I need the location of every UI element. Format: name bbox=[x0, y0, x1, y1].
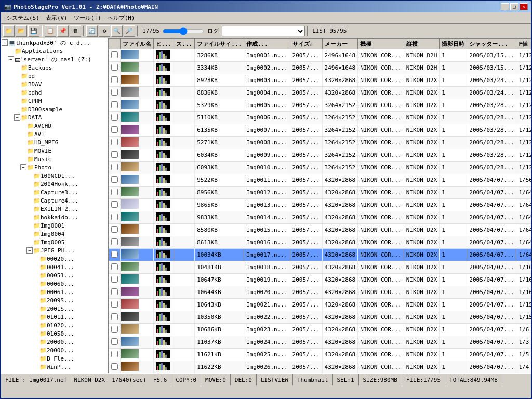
zoom-slider[interactable] bbox=[163, 27, 204, 35]
row-star[interactable] bbox=[174, 299, 195, 311]
table-row[interactable]: 6093KBImg0010.n...2005/...3264×2152NIKON… bbox=[109, 162, 531, 174]
tree-item[interactable]: 📁 2001S... bbox=[1, 304, 108, 313]
tb-refresh[interactable]: 🔄 bbox=[86, 25, 98, 37]
row-checkbox[interactable] bbox=[111, 76, 118, 83]
table-row[interactable]: 11621KBImg0025.n...2005/...4320×2868NIKO… bbox=[109, 349, 531, 361]
row-checkbox[interactable] bbox=[111, 201, 118, 208]
row-star[interactable] bbox=[174, 274, 195, 286]
table-container[interactable]: ファイル名 ヒ... ス... ファイルサイ... 作成... サイズ☆ メーカ… bbox=[109, 38, 531, 373]
row-checkbox[interactable] bbox=[111, 326, 118, 332]
table-row[interactable]: 10686KBImg0023.n...2005/...4320×2868NIKO… bbox=[109, 324, 531, 336]
tree-item[interactable]: 📁 MOVIE bbox=[1, 147, 108, 155]
col-dims[interactable]: サイズ☆ bbox=[290, 39, 322, 49]
tree-item[interactable]: 📁 EXILIM 2... bbox=[1, 205, 108, 213]
tree-item[interactable]: 📁 D300sample bbox=[1, 105, 108, 113]
menu-system[interactable]: システム(S) bbox=[3, 13, 43, 23]
row-star[interactable] bbox=[174, 249, 195, 261]
row-star[interactable] bbox=[174, 149, 195, 162]
row-checkbox[interactable] bbox=[111, 64, 118, 71]
row-star[interactable] bbox=[174, 99, 195, 112]
table-row[interactable]: 5329KBImg0005.n...2005/...3264×2152NIKON… bbox=[109, 99, 531, 112]
tb-new[interactable]: 📁 bbox=[3, 25, 15, 37]
tb-zoom-in[interactable]: 🔍 bbox=[111, 25, 123, 37]
table-row[interactable]: 5110KBImg0006.n...2005/...3264×2152NIKON… bbox=[109, 112, 531, 124]
tree-item[interactable]: 📁 Img0005 bbox=[1, 238, 108, 246]
tree-item[interactable]: 📁 00051... bbox=[1, 271, 108, 280]
table-row[interactable]: 8836KBImg0004.n...2005/...4320×2868NIKON… bbox=[109, 87, 531, 99]
row-star[interactable] bbox=[174, 336, 195, 349]
col-hist[interactable]: ヒ... bbox=[153, 39, 174, 49]
tree-item[interactable]: −💻 thinkpadx30' の c_d... bbox=[1, 38, 108, 47]
table-row[interactable]: 9865KBImg0013.n...2005/...4320×2868NIKON… bbox=[109, 199, 531, 211]
row-checkbox[interactable] bbox=[111, 51, 118, 58]
table-row[interactable]: 8956KBImg0012.n...2005/...4320×2868NIKON… bbox=[109, 187, 531, 199]
row-checkbox[interactable] bbox=[111, 313, 118, 320]
log-combo[interactable] bbox=[222, 26, 305, 36]
tree-item[interactable]: 📁 01011... bbox=[1, 313, 108, 321]
tree-item[interactable]: 📁 20000... bbox=[1, 346, 108, 354]
table-row[interactable]: 11622KBImg0026.n...2005/...4320×2868NIKO… bbox=[109, 361, 531, 374]
row-checkbox[interactable] bbox=[111, 89, 118, 96]
col-shot[interactable]: 撮影日時 bbox=[440, 39, 467, 49]
tree-item[interactable]: 📁 01050... bbox=[1, 329, 108, 338]
row-checkbox[interactable] bbox=[111, 251, 118, 258]
row-star[interactable] bbox=[174, 311, 195, 324]
table-row[interactable]: 10647KBImg0019.n...2005/...4320×2868NIKO… bbox=[109, 274, 531, 286]
row-star[interactable] bbox=[174, 324, 195, 336]
menu-view[interactable]: 表示(V) bbox=[43, 13, 71, 23]
row-star[interactable] bbox=[174, 87, 195, 99]
row-checkbox[interactable] bbox=[111, 139, 118, 145]
tree-item[interactable]: 📁 AVI bbox=[1, 130, 108, 138]
tree-item[interactable]: 📁 kobe bbox=[1, 371, 108, 373]
maximize-button[interactable]: □ bbox=[510, 3, 518, 10]
col-maker[interactable]: メーカー bbox=[322, 39, 358, 49]
tree-item[interactable]: −🖴 'server' の nas1 (Z:) bbox=[1, 55, 108, 63]
table-row[interactable]: 6135KBImg0007.n...2005/...3264×2152NIKON… bbox=[109, 124, 531, 137]
row-star[interactable] bbox=[174, 224, 195, 236]
tb-save[interactable]: 💾 bbox=[28, 25, 39, 37]
tb-open[interactable]: 📂 bbox=[16, 25, 27, 37]
row-star[interactable] bbox=[174, 49, 195, 62]
tree-item[interactable]: 📁 01020... bbox=[1, 321, 108, 329]
tree-item[interactable]: 📁 00060... bbox=[1, 280, 108, 288]
minimize-button[interactable]: _ bbox=[501, 3, 509, 10]
row-star[interactable] bbox=[174, 236, 195, 249]
tree-item[interactable]: 📁 2009S... bbox=[1, 296, 108, 304]
tb-zoom-out[interactable]: 🔎 bbox=[124, 25, 135, 37]
tb-paste[interactable]: 📌 bbox=[57, 25, 69, 37]
table-row[interactable]: 8613KBImg0016.n...2005/...4320×2868NIKON… bbox=[109, 236, 531, 249]
row-checkbox[interactable] bbox=[111, 301, 118, 308]
row-checkbox[interactable] bbox=[111, 263, 118, 270]
tree-item[interactable]: 📁 BDAV bbox=[1, 80, 108, 88]
row-star[interactable] bbox=[174, 137, 195, 149]
tree-item[interactable]: −📁 DATA bbox=[1, 113, 108, 122]
tree-item[interactable]: 📁 bd bbox=[1, 72, 108, 80]
table-row[interactable]: 11037KBImg0024.n...2005/...4320×2868NIKO… bbox=[109, 336, 531, 349]
col-model[interactable]: 機種 bbox=[358, 39, 404, 49]
tb-delete[interactable]: 🗑 bbox=[70, 25, 81, 37]
tree-item[interactable]: 📁 100NCD1... bbox=[1, 171, 108, 180]
row-checkbox[interactable] bbox=[111, 338, 118, 345]
row-star[interactable] bbox=[174, 286, 195, 299]
table-row[interactable]: 8580KBImg0015.n...2005/...4320×2868NIKON… bbox=[109, 224, 531, 236]
tree-item[interactable]: 📁 00061... bbox=[1, 288, 108, 296]
tree-item[interactable]: 📁 Applications bbox=[1, 47, 108, 55]
row-checkbox[interactable] bbox=[111, 101, 118, 108]
tree-item[interactable]: 📁 20000... bbox=[1, 338, 108, 346]
table-row[interactable]: 10481KBImg0018.n...2005/...4320×2868NIKO… bbox=[109, 261, 531, 274]
row-star[interactable] bbox=[174, 174, 195, 187]
row-checkbox[interactable] bbox=[111, 363, 118, 370]
tree-item[interactable]: 📁 B_Fle... bbox=[1, 354, 108, 363]
row-checkbox[interactable] bbox=[111, 238, 118, 245]
table-row[interactable]: 10643KBImg0021.n...2005/...4320×2868NIKO… bbox=[109, 299, 531, 311]
row-star[interactable] bbox=[174, 74, 195, 87]
row-star[interactable] bbox=[174, 349, 195, 361]
table-row[interactable]: 3334KBImg0002.n...2005/...2496×1648NIKON… bbox=[109, 62, 531, 74]
row-checkbox[interactable] bbox=[111, 226, 118, 233]
col-star[interactable]: ス... bbox=[174, 39, 195, 49]
col-shutter[interactable]: シャッター... bbox=[467, 39, 516, 49]
tree-item[interactable]: 📁 00020... bbox=[1, 255, 108, 263]
table-row[interactable]: 10644KBImg0020.n...2005/...4320×2868NIKO… bbox=[109, 286, 531, 299]
tree-item[interactable]: 📁 HD_MPEG bbox=[1, 138, 108, 147]
tb-copy[interactable]: 📋 bbox=[45, 25, 56, 37]
